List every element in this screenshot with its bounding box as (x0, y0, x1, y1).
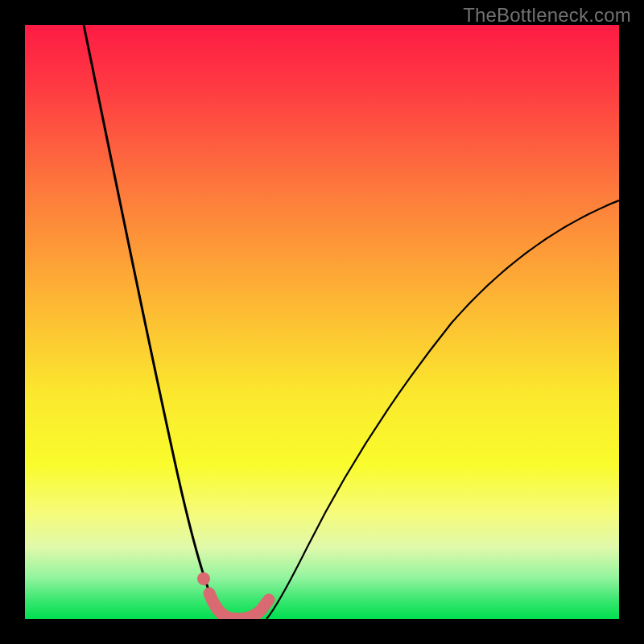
accent-dot-left (197, 572, 210, 585)
chart-curves-svg (25, 25, 619, 619)
watermark-text: TheBottleneck.com (463, 4, 631, 27)
trough-accent (209, 593, 269, 619)
chart-plot-area (25, 25, 619, 619)
chart-frame: TheBottleneck.com (0, 0, 644, 644)
left-curve (84, 25, 226, 619)
right-curve (266, 200, 619, 619)
